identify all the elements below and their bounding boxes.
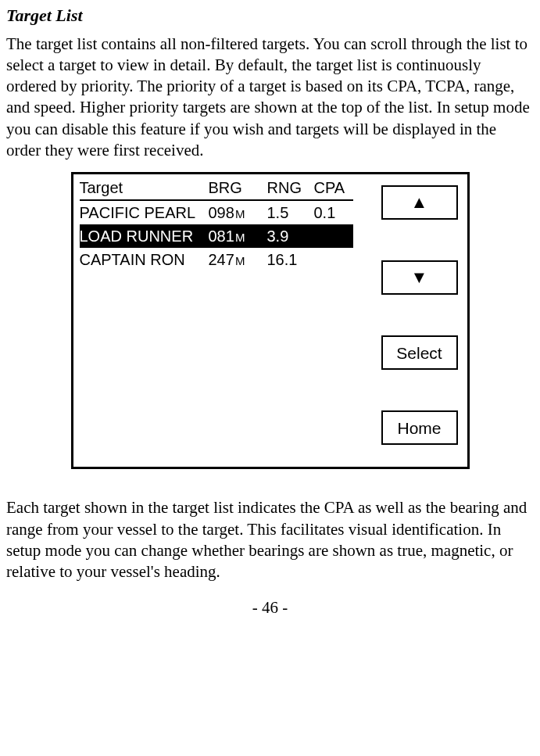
- table-row[interactable]: LOAD RUNNER 081M 3.9: [80, 224, 353, 248]
- target-list: Target BRG RNG CPA PACIFIC PEARL 098M 1.…: [80, 174, 353, 271]
- cell-rng: 3.9: [267, 226, 314, 246]
- header-rng: RNG: [267, 177, 314, 198]
- cell-rng: 16.1: [267, 249, 314, 270]
- table-row[interactable]: PACIFIC PEARL 098M 1.5 0.1: [80, 201, 353, 224]
- cell-brg: 098M: [209, 202, 267, 223]
- cell-name: CAPTAIN RON: [80, 249, 209, 270]
- side-button-column: ▲ ▼ Select Home: [381, 185, 458, 445]
- intro-paragraph: The target list contains all non-filtere…: [6, 34, 534, 162]
- cell-rng: 1.5: [267, 202, 314, 223]
- triangle-up-icon: ▲: [411, 194, 428, 211]
- footer-paragraph: Each target shown in the target list ind…: [6, 497, 534, 582]
- cell-name: PACIFIC PEARL: [80, 202, 209, 223]
- header-brg: BRG: [209, 177, 267, 198]
- table-row[interactable]: CAPTAIN RON 247M 16.1: [80, 248, 353, 271]
- select-label: Select: [396, 342, 442, 364]
- triangle-down-icon: ▼: [411, 269, 428, 286]
- select-button[interactable]: Select: [381, 335, 458, 370]
- cell-brg: 081M: [209, 226, 267, 246]
- scroll-down-button[interactable]: ▼: [381, 260, 458, 295]
- cell-name: LOAD RUNNER: [80, 226, 209, 246]
- home-label: Home: [397, 417, 441, 439]
- scroll-up-button[interactable]: ▲: [381, 185, 458, 220]
- page-number: - 46 -: [6, 597, 534, 618]
- cell-cpa: 0.1: [314, 202, 353, 223]
- header-target: Target: [80, 177, 209, 198]
- header-cpa: CPA: [314, 177, 353, 198]
- target-list-panel: Target BRG RNG CPA PACIFIC PEARL 098M 1.…: [71, 172, 470, 469]
- section-title: Target List: [6, 5, 534, 27]
- home-button[interactable]: Home: [381, 410, 458, 445]
- cell-brg: 247M: [209, 249, 267, 270]
- table-header-row: Target BRG RNG CPA: [80, 174, 353, 201]
